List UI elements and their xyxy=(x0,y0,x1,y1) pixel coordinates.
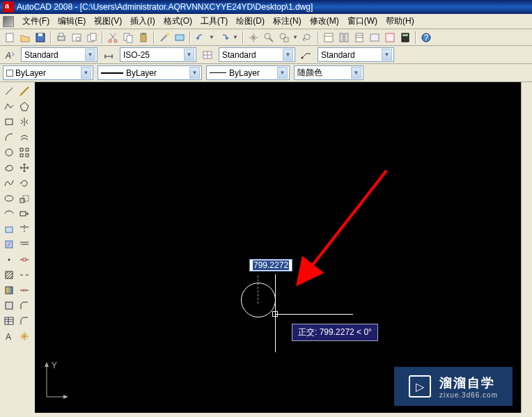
circle-tool[interactable] xyxy=(1,145,16,159)
dropdown-icon: ▼ xyxy=(283,49,293,61)
ellipse-arc-tool[interactable] xyxy=(1,206,16,221)
plot-preview-button[interactable] xyxy=(70,31,84,45)
menu-draw[interactable]: 绘图(D) xyxy=(232,14,269,29)
redo-button[interactable] xyxy=(217,31,231,45)
dim-style-combo[interactable]: ISO-25▼ xyxy=(120,47,196,62)
svg-rect-32 xyxy=(402,34,408,36)
redo-dropdown[interactable]: ▼ xyxy=(233,34,240,40)
table-style-button[interactable] xyxy=(201,48,214,62)
svg-line-44 xyxy=(20,87,29,95)
text-style-button[interactable]: A xyxy=(3,48,17,62)
match-props-button[interactable] xyxy=(157,31,171,45)
zoom-window-button[interactable] xyxy=(277,31,291,45)
polygon-tool[interactable] xyxy=(17,99,31,113)
menu-view[interactable]: 视图(V) xyxy=(90,14,126,29)
publish-button[interactable] xyxy=(85,31,99,45)
break-point-tool[interactable] xyxy=(17,252,31,267)
zoom-realtime-button[interactable] xyxy=(262,31,276,45)
line-swatch xyxy=(101,72,123,74)
linetype-combo[interactable]: ByLayer▼ xyxy=(97,65,202,80)
hatch-tool[interactable] xyxy=(1,267,16,282)
gradient-tool[interactable] xyxy=(1,283,16,297)
block-tool[interactable] xyxy=(1,221,16,236)
mtext-tool[interactable]: A xyxy=(1,329,16,343)
menu-format[interactable]: 格式(O) xyxy=(159,14,196,29)
xline-tool[interactable] xyxy=(17,84,31,98)
trim-tool[interactable] xyxy=(17,221,31,236)
design-center-button[interactable] xyxy=(337,31,351,45)
vertical-scrollbar[interactable] xyxy=(521,82,532,413)
scale-tool[interactable] xyxy=(17,191,31,205)
make-block-tool[interactable] xyxy=(1,237,16,251)
mirror-tool[interactable] xyxy=(17,114,31,129)
menu-window[interactable]: 窗口(W) xyxy=(343,14,382,29)
menu-help[interactable]: 帮助(H) xyxy=(382,14,418,29)
mleader-style-button[interactable] xyxy=(299,48,313,62)
menu-modify[interactable]: 修改(M) xyxy=(306,14,343,29)
color-swatch xyxy=(6,70,13,77)
undo-button[interactable] xyxy=(194,31,208,45)
lineweight-combo[interactable]: ByLayer▼ xyxy=(206,65,290,80)
point-tool[interactable] xyxy=(1,252,16,267)
menu-tools[interactable]: 工具(T) xyxy=(196,14,232,29)
offset-tool[interactable] xyxy=(17,129,31,144)
undo-dropdown[interactable]: ▼ xyxy=(209,34,216,40)
menu-file[interactable]: 文件(F) xyxy=(18,14,54,29)
spline-tool[interactable] xyxy=(1,175,16,190)
ellipse-tool[interactable] xyxy=(1,191,16,205)
table-tool[interactable] xyxy=(1,313,16,328)
join-tool[interactable] xyxy=(17,283,31,297)
break-tool[interactable] xyxy=(17,267,31,282)
chamfer-tool[interactable] xyxy=(17,298,31,313)
sheet-set-button[interactable] xyxy=(368,31,382,45)
circle-entity xyxy=(241,283,276,317)
plot-style-combo[interactable]: 随颜色▼ xyxy=(294,65,363,80)
line-tool[interactable] xyxy=(1,84,16,98)
new-button[interactable] xyxy=(3,31,17,45)
revcloud-tool[interactable] xyxy=(1,160,16,175)
watermark-url: zixue.3d66.com xyxy=(439,391,498,399)
svg-rect-12 xyxy=(127,36,132,42)
explode-tool[interactable] xyxy=(17,329,31,343)
pan-button[interactable] xyxy=(247,31,260,45)
text-style-combo[interactable]: Standard▼ xyxy=(21,47,97,62)
zoom-previous-button[interactable] xyxy=(301,31,315,45)
drawing-canvas[interactable]: 799.2272 正交: 799.2272 < 0° Y 溜溜自学 zixue.… xyxy=(35,82,521,413)
move-tool[interactable] xyxy=(17,160,31,175)
svg-rect-8 xyxy=(91,33,96,40)
layer-color-combo[interactable]: ByLayer▼ xyxy=(3,65,93,80)
calculator-button[interactable] xyxy=(398,31,412,45)
save-button[interactable] xyxy=(33,31,47,45)
menu-dimension[interactable]: 标注(N) xyxy=(269,14,306,29)
svg-rect-22 xyxy=(324,33,333,42)
markup-button[interactable] xyxy=(383,31,397,45)
dynamic-input[interactable]: 799.2272 xyxy=(249,259,292,272)
print-button[interactable] xyxy=(54,31,68,45)
menu-edit[interactable]: 编辑(E) xyxy=(54,14,90,29)
mleader-style-combo[interactable]: Standard▼ xyxy=(318,47,394,62)
array-tool[interactable] xyxy=(17,145,31,159)
lineweight-value: ByLayer xyxy=(229,68,260,78)
arc-tool[interactable] xyxy=(1,129,16,144)
rotate-tool[interactable] xyxy=(17,175,31,190)
fillet-tool[interactable] xyxy=(17,313,31,328)
block-editor-button[interactable] xyxy=(173,31,187,45)
polyline-tool[interactable] xyxy=(1,99,16,113)
help-button[interactable]: ? xyxy=(419,31,433,45)
properties-button[interactable] xyxy=(322,31,336,45)
menu-insert[interactable]: 插入(I) xyxy=(126,14,159,29)
dim-style-button[interactable] xyxy=(102,48,116,62)
open-button[interactable] xyxy=(18,31,32,45)
stretch-tool[interactable] xyxy=(17,206,31,221)
extend-tool[interactable] xyxy=(17,237,31,251)
zoom-dropdown[interactable]: ▼ xyxy=(292,34,299,40)
dropdown-icon: ▼ xyxy=(351,67,361,79)
paste-button[interactable] xyxy=(136,31,150,45)
document-icon[interactable] xyxy=(3,16,14,27)
region-tool[interactable] xyxy=(1,298,16,313)
tool-palettes-button[interactable] xyxy=(352,31,366,45)
copy-button[interactable] xyxy=(121,31,135,45)
table-style-combo[interactable]: Standard▼ xyxy=(219,47,295,62)
rectangle-tool[interactable] xyxy=(1,114,16,129)
cut-button[interactable] xyxy=(106,31,120,45)
